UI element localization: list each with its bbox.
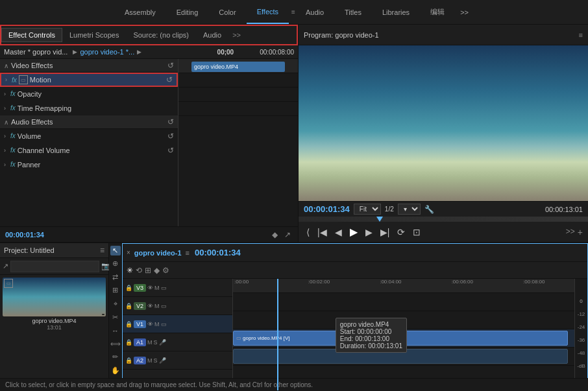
track-a2-name-btn[interactable]: A2: [134, 357, 146, 364]
tool-slip[interactable]: ↔: [110, 326, 121, 335]
timeline-current-timecode[interactable]: 00:00:01:34: [195, 248, 241, 257]
transport-next-edit-btn[interactable]: ▶|: [378, 226, 393, 239]
opacity-expand-icon[interactable]: ›: [4, 91, 6, 97]
transport-step-fwd-btn[interactable]: ▶: [363, 226, 375, 239]
time-remapping-expand-icon[interactable]: ›: [4, 105, 6, 112]
opacity-effect-row[interactable]: › fx Opacity: [0, 87, 178, 101]
track-area-v3[interactable]: [233, 293, 574, 311]
track-v1-vis[interactable]: M: [154, 321, 160, 327]
panner-expand-icon[interactable]: ›: [4, 161, 6, 168]
track-a2-mute-icon[interactable]: M: [147, 357, 153, 364]
track-v2-clip-icon[interactable]: ▭: [161, 303, 167, 309]
tool-razor[interactable]: ✂: [110, 313, 121, 322]
track-a1-name-btn[interactable]: A1: [134, 338, 146, 346]
transport-step-back-btn[interactable]: ◀: [332, 226, 345, 239]
tool-rate-stretch[interactable]: ⌖: [110, 299, 121, 309]
transport-prev-edit-btn[interactable]: |◀: [315, 226, 330, 239]
nav-editing[interactable]: Editing: [166, 0, 209, 24]
track-v1-eye-icon[interactable]: 👁: [147, 321, 153, 327]
video-effects-reset-icon[interactable]: ↺: [167, 61, 174, 70]
track-v3-vis[interactable]: M: [154, 285, 160, 291]
track-a2-lock[interactable]: 🔒: [125, 357, 132, 364]
track-v3-lock[interactable]: 🔒: [125, 285, 132, 291]
transport-play-btn[interactable]: ▶: [347, 224, 360, 239]
track-v2-vis[interactable]: M: [154, 303, 160, 309]
ec-export-btn[interactable]: ↗: [282, 230, 293, 240]
transport-export-frame-btn[interactable]: ⊡: [410, 226, 423, 239]
tab-lumetri-scopes[interactable]: Lumetri Scopes: [62, 28, 126, 42]
volume-reset-icon[interactable]: ↺: [167, 132, 174, 141]
video-effects-section[interactable]: ∧ Video Effects ↺: [0, 59, 178, 73]
track-v1-name-btn[interactable]: V1: [134, 320, 146, 328]
ec-add-keyframe-btn[interactable]: ◆: [270, 230, 280, 240]
tool-rolling-edit[interactable]: ⊞: [110, 286, 121, 296]
tool-pen[interactable]: ✏: [110, 352, 121, 362]
transport-more-btn[interactable]: >>: [566, 227, 575, 237]
program-wrench-icon[interactable]: 🔧: [424, 205, 434, 214]
transport-loop-btn[interactable]: ⟳: [395, 226, 408, 239]
nav-effects[interactable]: Effects: [247, 0, 289, 24]
track-a1-mute-icon[interactable]: M: [147, 339, 153, 346]
transport-jump-start-btn[interactable]: ⟨: [304, 226, 312, 239]
volume-effect-row[interactable]: › fx Volume ↺: [0, 129, 178, 143]
program-fit-select[interactable]: Fit: [354, 204, 381, 215]
channel-volume-expand-icon[interactable]: ›: [4, 147, 6, 154]
audio-effects-section[interactable]: ∧ Audio Effects ↺: [0, 115, 178, 129]
nav-titles[interactable]: Titles: [334, 0, 372, 24]
tool-selection[interactable]: ↖: [110, 246, 121, 255]
nav-audio[interactable]: Audio: [295, 0, 334, 24]
tl-linked-icon[interactable]: ⊞: [145, 266, 151, 275]
motion-expand-icon[interactable]: ›: [5, 77, 7, 83]
tab-audio[interactable]: Audio: [196, 28, 228, 42]
track-v1-lock[interactable]: 🔒: [125, 321, 132, 327]
track-a2-solo-icon[interactable]: S: [154, 357, 158, 364]
tool-ripple-edit[interactable]: ⇄: [110, 272, 121, 282]
project-search-input[interactable]: [10, 261, 99, 272]
motion-reset-icon[interactable]: ↺: [166, 75, 173, 84]
program-scrubber-ruler[interactable]: [299, 217, 588, 222]
track-v3-name-btn[interactable]: V3: [134, 284, 146, 292]
motion-effect-row[interactable]: › fx ▭ Motion ↺: [0, 73, 178, 87]
track-v3-camera-icon[interactable]: 👁: [147, 285, 153, 291]
track-a1-solo-icon[interactable]: S: [154, 339, 158, 346]
track-a1-lock[interactable]: 🔒: [125, 339, 132, 346]
nav-more[interactable]: >>: [455, 8, 474, 16]
track-v2-eye-icon[interactable]: 👁: [147, 303, 153, 309]
project-panel-menu-icon[interactable]: ≡: [100, 246, 104, 255]
nav-assembly[interactable]: Assembly: [114, 0, 166, 24]
tab-bar-more[interactable]: >>: [228, 31, 245, 39]
clip-name[interactable]: gopro video-1 *...: [80, 48, 134, 56]
tool-slide[interactable]: ⟺: [110, 339, 121, 349]
track-v3-clip-icon[interactable]: ▭: [161, 285, 167, 291]
timeline-menu-icon[interactable]: ≡: [186, 249, 190, 257]
track-v2-name-btn[interactable]: V2: [134, 302, 146, 310]
tl-settings-icon[interactable]: ⚙: [162, 266, 169, 275]
nav-libraries[interactable]: Libraries: [372, 0, 420, 24]
timeline-close-icon[interactable]: ×: [127, 249, 130, 256]
transport-add-btn[interactable]: +: [578, 227, 583, 237]
volume-expand-icon[interactable]: ›: [4, 133, 6, 139]
project-item-thumbnail[interactable]: ▭: [3, 278, 106, 316]
audio-effects-reset-icon[interactable]: ↺: [167, 117, 174, 126]
program-fraction-select[interactable]: ▾: [398, 204, 421, 215]
nav-edit-chinese[interactable]: 编辑: [420, 0, 455, 24]
tl-ripple-icon[interactable]: ⟲: [136, 266, 142, 275]
tl-markers-icon[interactable]: ◆: [154, 266, 160, 275]
tab-source[interactable]: Source: (no clips): [126, 28, 196, 42]
track-v1-clip-icon[interactable]: ▭: [161, 321, 167, 327]
track-v2-lock[interactable]: 🔒: [125, 303, 132, 309]
tool-track-select[interactable]: ⊕: [110, 259, 121, 269]
channel-volume-effect-row[interactable]: › fx Channel Volume ↺: [0, 143, 178, 158]
tool-hand[interactable]: ✋: [110, 366, 121, 375]
nav-color[interactable]: Color: [208, 0, 246, 24]
tab-effect-controls[interactable]: Effect Controls: [1, 28, 62, 42]
panner-effect-row[interactable]: › fx Panner: [0, 158, 178, 172]
time-remapping-effect-row[interactable]: › fx Time Remapping: [0, 101, 178, 115]
channel-volume-reset-icon[interactable]: ↺: [167, 146, 174, 155]
timeline-ruler[interactable]: :00:00 :00:02:00 :00:04:00 :00:06:00 :00…: [233, 279, 574, 293]
track-a1-mic-icon[interactable]: 🎤: [159, 339, 166, 346]
program-monitor-menu-icon[interactable]: ≡: [579, 31, 583, 39]
project-tool-arrow[interactable]: ↗: [3, 262, 8, 270]
tl-magnet-icon[interactable]: ✳: [127, 266, 133, 275]
track-a2-mic-icon[interactable]: 🎤: [159, 357, 166, 364]
